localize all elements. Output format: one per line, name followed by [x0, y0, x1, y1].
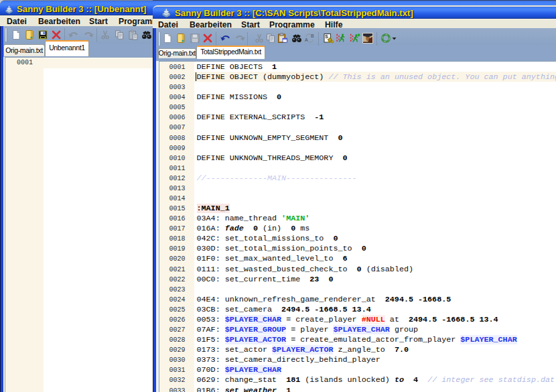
svg-text:S: S — [325, 34, 328, 39]
svg-text:A: A — [305, 38, 308, 42]
svg-text:B: B — [311, 34, 314, 38]
